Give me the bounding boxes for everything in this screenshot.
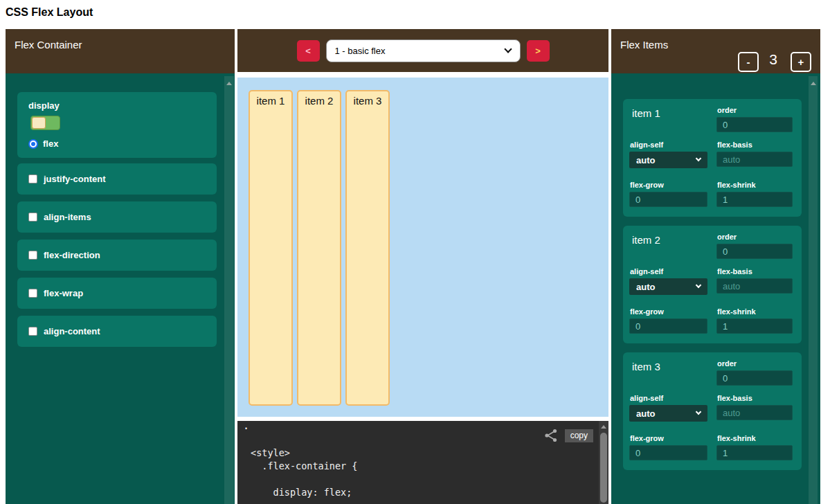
flex-item-card-1: item 1 order align-self auto flex-basis: [623, 99, 802, 217]
item2-flex-grow-field: flex-grow: [629, 307, 707, 343]
property-card-align-content: align-content: [17, 316, 217, 347]
item3-flex-shrink-input[interactable]: [716, 445, 793, 460]
justify-content-checkbox[interactable]: [28, 174, 37, 183]
item3-align-self-wrap: auto: [629, 405, 707, 422]
property-card-flex-wrap: flex-wrap: [17, 278, 217, 309]
order-label: order: [716, 106, 793, 114]
flex-radio-label: flex: [43, 138, 58, 149]
code-bullet: .: [243, 420, 249, 432]
item3-name: item 3: [629, 359, 707, 394]
flex-items-body: item 1 order align-self auto flex-basis: [611, 73, 820, 504]
flex-item-card-3: item 3 order align-self auto flex-basis: [623, 352, 802, 470]
item1-flex-grow-input[interactable]: [629, 192, 707, 207]
item1-flex-shrink-input[interactable]: [716, 192, 793, 207]
item-count: 3: [759, 51, 787, 68]
flex-shrink-label: flex-shrink: [716, 181, 793, 189]
align-self-label: align-self: [629, 394, 707, 402]
add-item-button[interactable]: +: [791, 52, 811, 72]
item2-align-self-field: align-self auto: [629, 267, 707, 307]
flex-grow-label: flex-grow: [629, 434, 707, 442]
align-content-checkbox[interactable]: [28, 327, 37, 336]
item2-order-input[interactable]: [716, 244, 793, 259]
property-card-justify-content: justify-content: [17, 163, 217, 195]
flex-direction-checkbox[interactable]: [28, 251, 37, 260]
item2-flex-basis-field: flex-basis: [716, 267, 793, 307]
flex-wrap-label: flex-wrap: [44, 288, 83, 298]
align-self-label: align-self: [629, 141, 707, 149]
item2-flex-grow-input[interactable]: [629, 318, 707, 334]
flex-container-title: Flex Container: [15, 39, 82, 51]
item3-flex-basis-input[interactable]: [716, 405, 793, 420]
code-panel: . copy <style> .flex-container { display…: [237, 421, 608, 504]
scroll-up-icon: [601, 425, 606, 429]
flex-basis-label: flex-basis: [716, 267, 793, 276]
code-scrollbar[interactable]: [599, 421, 608, 504]
display-toggle-knob: [32, 117, 46, 129]
item2-flex-basis-input[interactable]: [716, 278, 793, 294]
flex-grow-label: flex-grow: [629, 181, 707, 189]
flex-radio-dot: [31, 142, 35, 146]
item1-align-self-select[interactable]: auto: [629, 152, 707, 168]
item1-name: item 1: [629, 106, 707, 141]
item2-flex-shrink-field: flex-shrink: [716, 307, 793, 343]
prev-example-button[interactable]: <: [297, 40, 320, 62]
item1-flex-shrink-field: flex-shrink: [716, 181, 793, 217]
align-items-checkbox[interactable]: [28, 213, 37, 222]
item2-align-self-wrap: auto: [629, 278, 707, 295]
item2-align-self-select[interactable]: auto: [629, 278, 707, 295]
code-toolbar: copy: [543, 428, 593, 443]
flex-item-card-2: item 2 order align-self auto flex-basis: [623, 226, 802, 343]
code-block: <style> .flex-container { display: flex;: [251, 447, 357, 499]
next-example-button[interactable]: >: [527, 40, 550, 62]
flex-items-panel: Flex Items - 3 + item 1 order align-self…: [611, 29, 820, 504]
flex-items-header: Flex Items - 3 +: [611, 29, 820, 73]
item1-flex-basis-field: flex-basis: [716, 141, 793, 181]
item3-order-field: order: [716, 359, 793, 394]
align-content-label: align-content: [44, 326, 100, 336]
item3-align-self-field: align-self auto: [629, 394, 707, 434]
code-line: .flex-container {: [251, 460, 357, 473]
item3-order-input[interactable]: [716, 370, 793, 386]
flex-container-body: display flex justify-content align-items: [6, 73, 235, 504]
preview-item-2: item 2: [297, 90, 341, 406]
item3-flex-grow-input[interactable]: [629, 445, 707, 460]
item3-align-self-select[interactable]: auto: [629, 405, 707, 422]
property-card-flex-direction: flex-direction: [17, 240, 217, 271]
display-toggle[interactable]: [30, 116, 60, 130]
order-label: order: [716, 359, 793, 368]
container-panel-scrollbar[interactable]: [224, 76, 234, 504]
code-line: [251, 473, 357, 486]
copy-button[interactable]: copy: [565, 429, 593, 442]
share-icon[interactable]: [543, 428, 559, 443]
item2-order-field: order: [716, 233, 793, 267]
flex-basis-label: flex-basis: [716, 141, 793, 149]
example-select[interactable]: 1 - basic flex: [326, 39, 521, 62]
items-panel-scrollbar[interactable]: [809, 76, 818, 504]
flex-wrap-checkbox[interactable]: [28, 289, 37, 298]
flex-shrink-label: flex-shrink: [716, 307, 793, 316]
align-self-label: align-self: [629, 267, 707, 276]
flex-preview-container: item 1 item 2 item 3: [237, 78, 608, 417]
flex-items-title: Flex Items: [620, 39, 668, 51]
item1-flex-grow-field: flex-grow: [629, 181, 707, 217]
remove-item-button[interactable]: -: [738, 52, 759, 72]
example-nav-bar: < 1 - basic flex >: [237, 29, 608, 72]
item3-flex-shrink-field: flex-shrink: [716, 434, 793, 470]
preview-item-1: item 1: [249, 90, 293, 406]
code-line: <style>: [251, 447, 357, 460]
code-scrollbar-thumb[interactable]: [600, 433, 607, 503]
display-radio-row: flex: [28, 138, 58, 149]
item2-name: item 2: [629, 233, 707, 267]
page-title: CSS Flex Layout: [6, 6, 93, 19]
flex-radio[interactable]: [28, 139, 38, 149]
item2-flex-shrink-input[interactable]: [716, 318, 793, 334]
flex-shrink-label: flex-shrink: [716, 434, 793, 442]
property-card-align-items: align-items: [17, 201, 217, 233]
item1-order-input[interactable]: [716, 117, 793, 132]
scroll-up-icon: [811, 82, 816, 85]
code-line: display: flex;: [251, 486, 357, 499]
flex-basis-label: flex-basis: [716, 394, 793, 402]
example-select-wrap: 1 - basic flex: [326, 39, 521, 62]
item3-flex-grow-field: flex-grow: [629, 434, 707, 470]
item1-flex-basis-input[interactable]: [716, 152, 793, 167]
